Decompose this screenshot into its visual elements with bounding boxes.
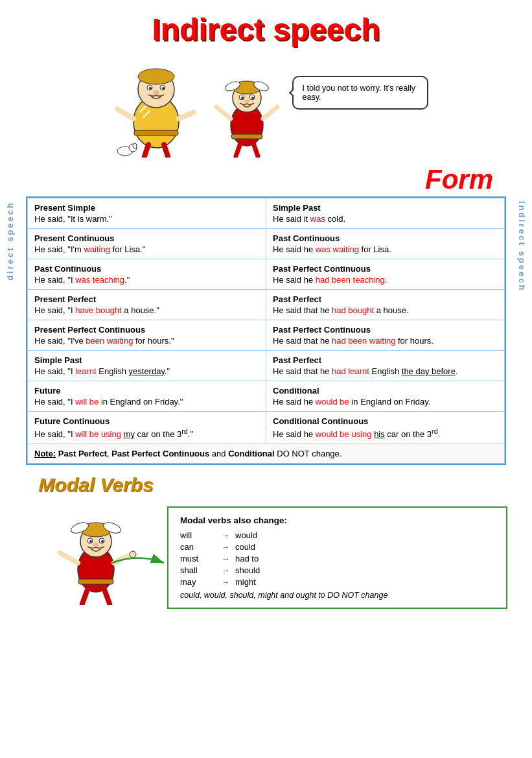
modal-arrow: → [216, 577, 235, 587]
svg-line-44 [114, 554, 132, 563]
left-tense: Present Continuous [34, 233, 259, 243]
svg-point-42 [93, 543, 98, 547]
left-example: He said, "It is warm." [34, 214, 112, 224]
svg-point-39 [89, 540, 92, 543]
left-cell-2: Past ContinuousHe said, "I was teaching.… [28, 259, 266, 290]
svg-point-41 [101, 540, 104, 543]
svg-rect-12 [134, 130, 178, 136]
modal-char-container [25, 501, 167, 605]
svg-line-31 [253, 143, 258, 156]
speech-bubble: I told you not to worry. It's really eas… [292, 76, 428, 110]
side-text-right: indirect speech [517, 201, 527, 292]
right-cell-3: Past PerfectHe said that he had bought a… [266, 290, 505, 320]
modal-left-area: Modal Verbs [25, 474, 167, 605]
left-character-svg [111, 60, 202, 158]
svg-point-4 [149, 87, 152, 89]
modal-section: Modal Verbs [25, 474, 507, 609]
right-cell-5: Past PerfectHe said that he had learnt E… [266, 351, 505, 381]
modal-from: may [180, 577, 216, 587]
svg-line-11 [164, 145, 168, 156]
right-cell-0: Simple PastHe said it was cold. [266, 198, 505, 229]
svg-line-8 [117, 109, 133, 119]
form-label-text: Form [425, 164, 493, 195]
svg-point-24 [241, 97, 244, 99]
right-example: He said that he had learnt English the d… [273, 366, 458, 376]
modal-from: will [180, 530, 216, 540]
right-example: He said that he had bought a house. [273, 305, 409, 315]
form-label-area: Form [0, 164, 532, 195]
left-tense: Present Perfect Continuous [34, 325, 259, 335]
note-row: Note: Past Perfect, Past Perfect Continu… [28, 444, 505, 464]
right-example: He said he would be in England on Friday… [273, 397, 430, 407]
right-tense: Past Perfect [273, 355, 498, 365]
right-tense: Past Perfect Continuous [273, 325, 498, 335]
right-cell-4: Past Perfect ContinuousHe said that he h… [266, 320, 505, 351]
left-example: He said, "I learnt English yesterday." [34, 366, 170, 376]
character-left [104, 60, 208, 158]
title-section: Indirect speech [0, 0, 532, 47]
left-cell-7: Future ContinuousHe said, "I will be usi… [28, 412, 266, 444]
svg-point-27 [244, 99, 249, 103]
right-example: He said he had been teaching. [273, 275, 387, 285]
svg-line-29 [263, 107, 277, 119]
table-row: FutureHe said, "I will be in England on … [28, 381, 505, 412]
grammar-table: Present SimpleHe said, "It is warm."Simp… [27, 198, 505, 464]
modal-row-4: may → might [180, 577, 494, 587]
note-cell: Note: Past Perfect, Past Perfect Continu… [28, 444, 505, 464]
svg-point-26 [251, 97, 254, 99]
right-example: He said he would be using his car on the… [273, 429, 440, 439]
modal-to: might [235, 577, 287, 587]
modal-note: could, would, should, might and ought to… [180, 591, 494, 600]
modal-from: shall [180, 565, 216, 575]
modal-rows-container: will → would can → could must → had to s… [180, 530, 494, 587]
right-character-svg [211, 60, 283, 158]
table-row: Present Perfect ContinuousHe said, "I've… [28, 320, 505, 351]
left-tense: Present Perfect [34, 294, 259, 304]
table-row: Future ContinuousHe said, "I will be usi… [28, 412, 505, 444]
characters-area: I told you not to worry. It's really eas… [0, 54, 532, 158]
svg-rect-47 [78, 579, 113, 584]
right-tense: Simple Past [273, 203, 498, 213]
left-cell-4: Present Perfect ContinuousHe said, "I've… [28, 320, 266, 351]
left-cell-3: Present PerfectHe said, "I have bought a… [28, 290, 266, 320]
left-example: He said, "I will be using my car on the … [34, 429, 193, 439]
table-row: Present PerfectHe said, "I have bought a… [28, 290, 505, 320]
svg-line-43 [60, 553, 78, 563]
modal-row-0: will → would [180, 530, 494, 540]
modal-to: should [235, 565, 287, 575]
svg-point-7 [153, 90, 159, 95]
modal-box-title: Modal verbs also change: [180, 515, 494, 525]
modal-to: had to [235, 554, 287, 563]
right-cell-2: Past Perfect ContinuousHe said he had be… [266, 259, 505, 290]
left-tense: Simple Past [34, 355, 259, 365]
modal-note-text2: ought to [296, 591, 325, 600]
right-tense: Conditional Continuous [273, 416, 498, 426]
right-tense: Conditional [273, 386, 498, 396]
right-cell-6: ConditionalHe said he would be in Englan… [266, 381, 505, 412]
svg-line-46 [104, 589, 110, 604]
left-cell-0: Present SimpleHe said, "It is warm." [28, 198, 266, 229]
svg-line-28 [216, 107, 231, 119]
right-example: He said it was cold. [273, 214, 345, 224]
left-example: He said, "I've been waiting for hours." [34, 336, 174, 346]
left-cell-1: Present ContinuousHe said, "I'm waiting … [28, 229, 266, 259]
svg-point-17 [133, 143, 137, 148]
speech-bubble-text: I told you not to worry. It's really eas… [303, 84, 415, 102]
modal-to: would [235, 530, 287, 540]
svg-point-2 [138, 69, 174, 84]
right-cell-1: Past ContinuousHe said he was waiting fo… [266, 229, 505, 259]
svg-rect-32 [231, 134, 262, 139]
left-example: He said, "I will be in England on Friday… [34, 397, 183, 407]
note-label: Note: [34, 449, 56, 458]
modal-to: could [235, 542, 287, 552]
modal-title: Modal Verbs [25, 474, 167, 496]
right-example: He said that he had been waiting for hou… [273, 336, 434, 346]
svg-line-10 [145, 145, 148, 156]
left-example: He said, "I was teaching." [34, 275, 130, 285]
modal-note-text: could, would, should, might [180, 591, 278, 600]
svg-point-6 [162, 87, 165, 89]
modal-arrow: → [216, 565, 235, 575]
right-tense: Past Continuous [273, 233, 498, 243]
modal-title-area: Modal Verbs [25, 474, 167, 496]
right-example: He said he was waiting for Lisa. [273, 244, 391, 254]
